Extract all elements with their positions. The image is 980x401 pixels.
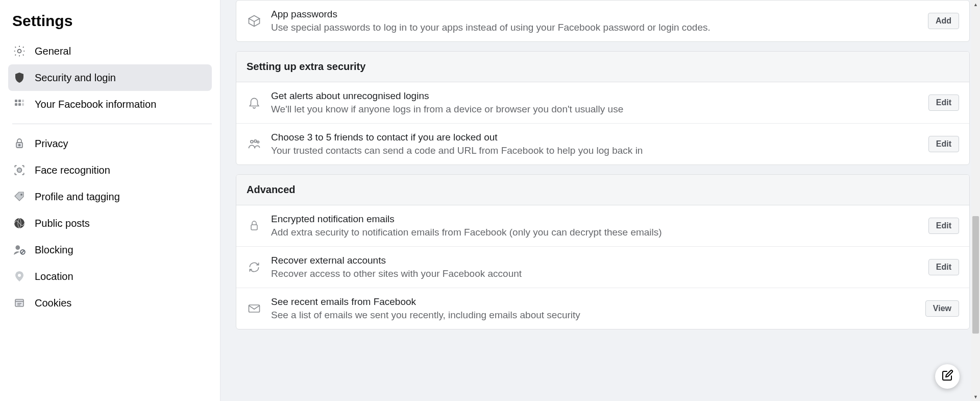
tag-icon [12, 190, 27, 204]
sidebar-title: Settings [8, 8, 216, 38]
svg-point-8 [18, 144, 20, 146]
row-title: Get alerts about unrecognised logins [271, 90, 920, 102]
row-desc: Use special passwords to log in to your … [271, 22, 920, 33]
row-title: Recover external accounts [271, 255, 920, 266]
svg-point-15 [18, 274, 21, 277]
section-advanced: Advanced Encrypted notification emails A… [236, 174, 970, 329]
settings-sidebar: Settings General Security and login Your… [0, 0, 220, 401]
add-button[interactable]: Add [928, 13, 959, 29]
row-desc: We'll let you know if anyone logs in fro… [271, 104, 920, 115]
sidebar-item-label: Cookies [35, 297, 71, 309]
cookies-icon [12, 296, 27, 310]
compose-icon [941, 369, 953, 384]
grid-icon [12, 97, 27, 111]
svg-line-14 [21, 250, 24, 253]
sidebar-item-label: Public posts [35, 218, 90, 229]
svg-rect-24 [249, 305, 260, 312]
envelope-icon [247, 301, 262, 316]
row-desc: Add extra security to notification email… [271, 227, 920, 238]
sidebar-item-general[interactable]: General [8, 38, 212, 64]
scroll-up-arrow-icon[interactable]: ▲ [971, 0, 980, 9]
sidebar-item-location[interactable]: Location [8, 263, 212, 290]
sidebar-item-label: Location [35, 271, 74, 282]
svg-rect-23 [251, 225, 257, 230]
sidebar-item-cookies[interactable]: Cookies [8, 290, 212, 316]
sidebar-item-public-posts[interactable]: Public posts [8, 210, 212, 237]
sidebar-item-label: General [35, 45, 71, 57]
sidebar-item-privacy[interactable]: Privacy [8, 130, 212, 157]
box-icon [247, 13, 262, 29]
svg-point-12 [15, 245, 20, 250]
scrollbar-thumb[interactable] [972, 216, 979, 334]
lock-icon [247, 218, 262, 233]
bell-icon [247, 95, 262, 110]
setting-row-alerts: Get alerts about unrecognised logins We'… [236, 82, 969, 124]
row-title: Choose 3 to 5 friends to contact if you … [271, 132, 920, 143]
section-extra-security: Setting up extra security Get alerts abo… [236, 51, 970, 165]
setting-row-app-passwords: App passwords Use special passwords to l… [236, 0, 970, 42]
sidebar-item-label: Security and login [35, 72, 116, 84]
globe-icon [12, 216, 27, 230]
row-title: App passwords [271, 9, 920, 20]
row-title: Encrypted notification emails [271, 214, 920, 225]
edit-button[interactable]: Edit [928, 95, 959, 111]
gear-icon [12, 44, 27, 58]
sidebar-item-label: Blocking [35, 244, 74, 256]
shield-icon [12, 70, 27, 85]
row-desc: Your trusted contacts can send a code an… [271, 145, 920, 156]
svg-point-0 [18, 50, 21, 53]
section-header: Setting up extra security [236, 52, 969, 82]
svg-point-9 [17, 168, 22, 173]
view-button[interactable]: View [925, 300, 959, 317]
svg-rect-6 [22, 103, 24, 106]
edit-button[interactable]: Edit [928, 218, 959, 234]
sidebar-item-label: Your Facebook information [35, 99, 156, 110]
row-desc: Recover access to other sites with your … [271, 268, 920, 279]
setting-row-recover-accounts: Recover external accounts Recover access… [236, 247, 969, 288]
setting-row-trusted-contacts: Choose 3 to 5 friends to contact if you … [236, 124, 969, 164]
refresh-icon [247, 260, 262, 275]
svg-point-10 [21, 194, 22, 196]
svg-rect-16 [15, 299, 23, 306]
block-user-icon [12, 243, 27, 257]
vertical-scrollbar[interactable]: ▲ ▼ [971, 0, 980, 401]
sidebar-item-security[interactable]: Security and login [8, 64, 212, 91]
settings-main: App passwords Use special passwords to l… [220, 0, 980, 401]
svg-rect-4 [18, 103, 21, 106]
setting-row-encrypted-emails: Encrypted notification emails Add extra … [236, 205, 969, 247]
edit-button[interactable]: Edit [928, 259, 959, 275]
location-pin-icon [12, 269, 27, 284]
sidebar-item-face-recognition[interactable]: Face recognition [8, 157, 212, 183]
compose-fab[interactable] [935, 364, 960, 389]
scroll-down-arrow-icon[interactable]: ▼ [971, 392, 980, 401]
sidebar-item-label: Privacy [35, 138, 68, 150]
setting-row-recent-emails: See recent emails from Facebook See a li… [236, 288, 969, 329]
sidebar-item-profile-tagging[interactable]: Profile and tagging [8, 183, 212, 210]
svg-rect-1 [15, 100, 17, 102]
sidebar-item-label: Face recognition [35, 164, 110, 176]
svg-point-21 [254, 140, 257, 143]
sidebar-divider [12, 124, 212, 124]
edit-button[interactable]: Edit [928, 136, 959, 152]
sidebar-item-your-info[interactable]: Your Facebook information [8, 91, 212, 117]
sidebar-item-label: Profile and tagging [35, 191, 120, 203]
svg-point-20 [251, 140, 253, 143]
svg-rect-3 [15, 103, 17, 106]
svg-point-22 [257, 141, 259, 143]
face-icon [12, 163, 27, 177]
sidebar-item-blocking[interactable]: Blocking [8, 237, 212, 263]
row-desc: See a list of emails we sent you recentl… [271, 310, 917, 321]
lock-privacy-icon [12, 136, 27, 151]
friends-icon [247, 136, 262, 152]
section-header: Advanced [236, 175, 969, 205]
svg-rect-2 [18, 100, 21, 102]
row-title: See recent emails from Facebook [271, 296, 917, 308]
svg-rect-5 [22, 100, 24, 102]
